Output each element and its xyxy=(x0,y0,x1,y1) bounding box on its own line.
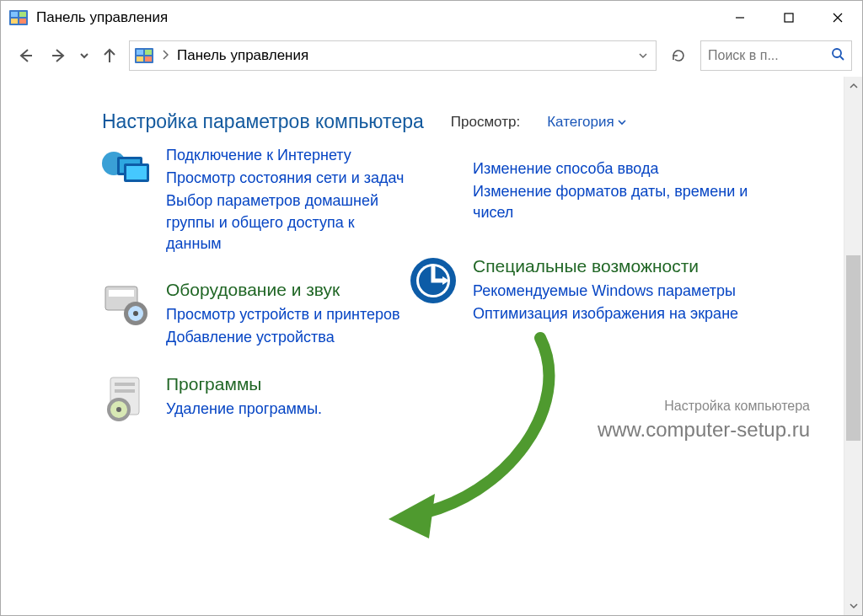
breadcrumb-dropdown-button[interactable] xyxy=(635,48,651,63)
category-hardware-title[interactable]: Оборудование и звук xyxy=(166,278,405,301)
back-button[interactable] xyxy=(11,41,40,70)
content-header: Настройка параметров компьютера Просмотр… xyxy=(102,110,823,133)
control-panel-icon xyxy=(9,10,28,25)
chevron-right-icon xyxy=(162,50,169,62)
top-links-group: Изменение способа ввода Изменение формат… xyxy=(473,158,751,224)
scroll-thumb[interactable] xyxy=(846,255,860,441)
svg-rect-16 xyxy=(145,56,152,62)
category-ease-of-access: Специальные возможности Рекомендуемые Wi… xyxy=(409,254,751,327)
breadcrumb[interactable]: Панель управления xyxy=(129,40,657,71)
link-add-device[interactable]: Добавление устройства xyxy=(166,327,405,348)
maximize-button[interactable] xyxy=(764,1,813,35)
link-network-status[interactable]: Просмотр состояния сети и задач xyxy=(166,168,405,189)
svg-rect-6 xyxy=(785,13,793,22)
scroll-up-button[interactable] xyxy=(844,77,863,95)
svg-rect-3 xyxy=(11,19,18,24)
svg-point-17 xyxy=(833,49,841,57)
link-recommended-settings[interactable]: Рекомендуемые Windows параметры xyxy=(473,281,751,302)
close-button[interactable] xyxy=(813,1,862,35)
category-network: Подключение к Интернету Просмотр состоян… xyxy=(102,145,405,256)
forward-button[interactable] xyxy=(45,41,73,70)
navbar: Панель управления Поиск в п... xyxy=(1,35,862,77)
view-label: Просмотр: xyxy=(451,114,520,131)
link-change-date-formats[interactable]: Изменение форматов даты, времени и чисел xyxy=(473,181,751,223)
link-uninstall-program[interactable]: Удаление программы. xyxy=(166,399,405,420)
svg-rect-15 xyxy=(137,56,143,62)
svg-point-28 xyxy=(133,311,138,316)
link-homegroup-sharing[interactable]: Выбор параметров домашней группы и общег… xyxy=(166,190,405,254)
link-connect-internet[interactable]: Подключение к Интернету xyxy=(166,145,405,166)
svg-rect-14 xyxy=(145,50,152,55)
titlebar: Панель управления xyxy=(1,1,862,35)
view-dropdown[interactable]: Категория xyxy=(547,114,625,131)
view-value-text: Категория xyxy=(547,114,614,131)
svg-rect-4 xyxy=(19,19,26,24)
refresh-button[interactable] xyxy=(662,40,695,71)
window-controls xyxy=(716,1,862,35)
svg-rect-31 xyxy=(115,389,135,393)
category-programs: Программы Удаление программы. xyxy=(102,372,405,423)
svg-rect-30 xyxy=(115,383,135,386)
page-title: Настройка параметров компьютера xyxy=(102,110,424,133)
link-change-input-method[interactable]: Изменение способа ввода xyxy=(473,158,751,179)
scroll-track[interactable] xyxy=(844,95,862,597)
right-column: Изменение способа ввода Изменение формат… xyxy=(473,158,751,445)
svg-point-34 xyxy=(116,407,121,412)
breadcrumb-icon xyxy=(135,48,153,63)
category-ease-title[interactable]: Специальные возможности xyxy=(473,254,751,277)
category-hardware: Оборудование и звук Просмотр устройств и… xyxy=(102,278,405,351)
left-column: Подключение к Интернету Просмотр состоян… xyxy=(102,158,405,445)
svg-rect-2 xyxy=(19,12,26,17)
svg-rect-23 xyxy=(126,166,147,179)
link-view-devices[interactable]: Просмотр устройств и принтеров xyxy=(166,304,405,325)
search-input[interactable]: Поиск в п... xyxy=(700,40,852,71)
svg-rect-1 xyxy=(11,12,18,17)
search-placeholder: Поиск в п... xyxy=(708,48,779,63)
svg-rect-13 xyxy=(137,50,143,55)
vertical-scrollbar[interactable] xyxy=(844,77,862,615)
link-optimize-display[interactable]: Оптимизация изображения на экране xyxy=(473,303,751,324)
hardware-icon xyxy=(102,280,151,329)
svg-line-18 xyxy=(840,56,844,60)
ease-of-access-icon xyxy=(409,256,458,305)
scroll-down-button[interactable] xyxy=(844,597,863,615)
window-title: Панель управления xyxy=(36,9,168,26)
category-programs-title[interactable]: Программы xyxy=(166,372,405,395)
network-icon xyxy=(102,147,151,196)
up-button[interactable] xyxy=(95,41,124,70)
content-area: Настройка параметров компьютера Просмотр… xyxy=(1,77,862,615)
svg-rect-25 xyxy=(109,290,134,297)
minimize-button[interactable] xyxy=(716,1,764,35)
breadcrumb-text[interactable]: Панель управления xyxy=(177,47,308,64)
programs-icon xyxy=(102,374,151,423)
history-dropdown-button[interactable] xyxy=(78,41,90,70)
search-icon xyxy=(831,47,844,64)
